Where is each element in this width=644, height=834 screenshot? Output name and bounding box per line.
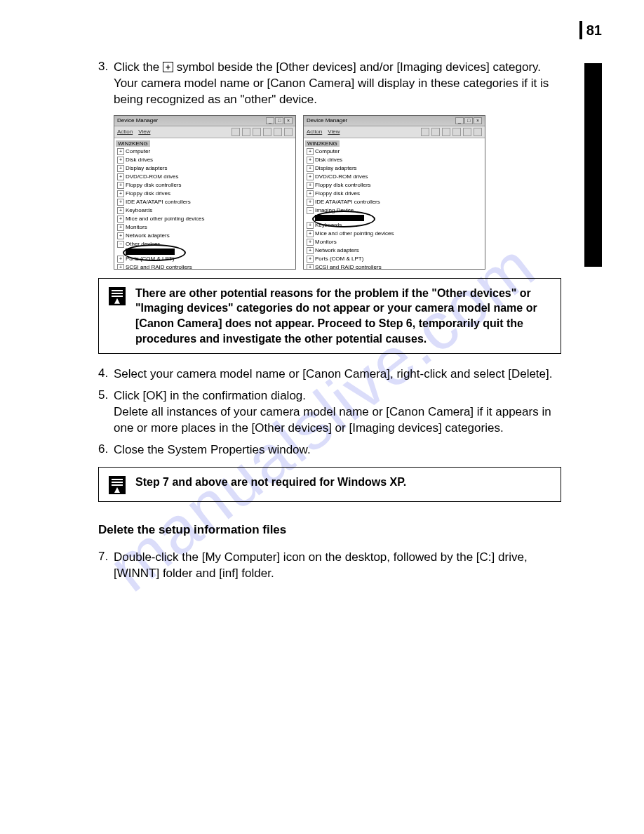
tree-node[interactable]: SCSI and RAID controllers — [116, 263, 294, 269]
tree-node[interactable]: Keyboards — [305, 221, 483, 230]
note-text: There are other potential reasons for th… — [135, 286, 551, 346]
close-icon[interactable]: × — [284, 117, 293, 124]
tree-node[interactable]: Ports (COM & LPT) — [116, 255, 294, 263]
side-tab — [584, 63, 602, 267]
imaging-device-label: Imaging Device — [315, 207, 354, 213]
step-text: Select your camera model name or [Canon … — [114, 366, 561, 383]
toolbar-back-icon[interactable] — [232, 128, 240, 136]
toolbar-fwd-icon[interactable] — [431, 128, 440, 136]
note-icon — [109, 287, 126, 305]
page-number-block: 81 — [579, 21, 602, 39]
tree-node[interactable]: Keyboards — [116, 206, 294, 215]
window-toolbar: Action View — [114, 126, 295, 138]
tree-node[interactable]: Floppy disk controllers — [116, 181, 294, 190]
toolbar-icon[interactable] — [463, 128, 471, 136]
menu-action[interactable]: Action — [307, 128, 322, 135]
step-number: 5. — [98, 388, 114, 437]
step-7: 7. Double-click the [My Computer] icon o… — [98, 550, 561, 582]
tree-subnode[interactable] — [126, 249, 294, 255]
tree-node[interactable]: DVD/CD-ROM drives — [116, 173, 294, 181]
tree-node[interactable]: Mice and other pointing devices — [116, 215, 294, 223]
tree-node[interactable]: Floppy disk drives — [116, 190, 294, 198]
tree-node[interactable]: Network adapters — [116, 232, 294, 240]
menu-action[interactable]: Action — [117, 128, 133, 135]
toolbar-icon[interactable] — [253, 128, 261, 136]
other-devices-label: Other devices — [126, 241, 160, 247]
plus-icon: + — [163, 62, 173, 72]
device-manager-right: Device Manager _ □ × Action View — [303, 115, 485, 270]
tree-node[interactable]: SCSI and RAID controllers — [305, 263, 483, 269]
page-number: 81 — [586, 22, 602, 39]
tree-node[interactable]: IDE ATA/ATAPI controllers — [116, 198, 294, 206]
note-text: Step 7 and above are not required for Wi… — [135, 475, 406, 490]
tree-subnode[interactable] — [315, 215, 483, 221]
maximize-icon[interactable]: □ — [275, 117, 283, 124]
page-bar — [579, 21, 582, 39]
window-title: Device Manager — [307, 117, 347, 124]
step-6: 6. Close the System Properties window. — [98, 442, 561, 458]
window-title: Device Manager — [117, 117, 158, 124]
toolbar-icon[interactable] — [452, 128, 461, 136]
minimize-icon[interactable]: _ — [455, 117, 464, 124]
window-titlebar: Device Manager _ □ × — [114, 116, 295, 126]
step-text: Click the + symbol beside the [Other dev… — [114, 60, 561, 108]
step-number: 7. — [98, 550, 114, 582]
tree-node[interactable]: IDE ATA/ATAPI controllers — [305, 198, 483, 206]
tree-node[interactable]: Mice and other pointing devices — [305, 230, 483, 238]
step-5: 5. Click [OK] in the confirmation dialog… — [98, 388, 561, 437]
close-icon[interactable]: × — [474, 117, 482, 124]
device-manager-left: Device Manager _ □ × Action View — [114, 115, 296, 270]
tree-node[interactable]: Disk drives — [116, 156, 294, 164]
window-toolbar: Action View — [304, 126, 485, 138]
minimize-icon[interactable]: _ — [266, 117, 274, 124]
tree-node[interactable]: Floppy disk drives — [305, 190, 483, 198]
step-number: 4. — [98, 366, 114, 383]
step-text: Click [OK] in the confirmation dialog. D… — [114, 388, 561, 437]
note-box: Step 7 and above are not required for Wi… — [98, 467, 561, 502]
toolbar-icon[interactable] — [474, 128, 482, 136]
tree-node[interactable]: Computer — [305, 147, 483, 156]
maximize-icon[interactable]: □ — [464, 117, 473, 124]
tree-node[interactable]: Display adapters — [116, 164, 294, 173]
redacted-device — [315, 215, 364, 221]
step-text: Double-click the [My Computer] icon on t… — [114, 550, 561, 582]
tree-root[interactable]: WIN2KENG — [305, 140, 340, 147]
step-number: 3. — [98, 60, 114, 108]
toolbar-back-icon[interactable] — [421, 128, 429, 136]
window-titlebar: Device Manager _ □ × — [304, 116, 485, 126]
tree-node[interactable]: Network adapters — [305, 246, 483, 255]
device-tree: WIN2KENG Computer Disk drives Display ad… — [304, 138, 485, 269]
step-4: 4. Select your camera model name or [Can… — [98, 366, 561, 383]
toolbar-icon[interactable] — [263, 128, 271, 136]
tree-node[interactable]: Monitors — [116, 223, 294, 232]
toolbar-icon[interactable] — [284, 128, 293, 136]
page-content: 3. Click the + symbol beside the [Other … — [98, 60, 561, 588]
device-tree: WIN2KENG Computer Disk drives Display ad… — [114, 138, 295, 269]
screenshots-row: Device Manager _ □ × Action View — [114, 115, 561, 270]
menu-view[interactable]: View — [138, 128, 150, 135]
redacted-device — [126, 249, 175, 255]
tree-root[interactable]: WIN2KENG — [116, 140, 150, 147]
step-number: 6. — [98, 442, 114, 458]
step3-text-b: symbol beside the [Other devices] and/or… — [114, 60, 549, 106]
step-3: 3. Click the + symbol beside the [Other … — [98, 60, 561, 108]
note-box: There are other potential reasons for th… — [98, 278, 561, 354]
note-icon — [109, 476, 126, 494]
tree-node[interactable]: Floppy disk controllers — [305, 181, 483, 190]
tree-node[interactable]: Display adapters — [305, 164, 483, 173]
tree-node[interactable]: Computer — [116, 147, 294, 156]
section-heading: Delete the setup information files — [98, 523, 561, 537]
tree-node[interactable]: Disk drives — [305, 156, 483, 164]
menu-view[interactable]: View — [328, 128, 340, 135]
toolbar-icon[interactable] — [274, 128, 282, 136]
tree-node[interactable]: DVD/CD-ROM drives — [305, 173, 483, 181]
toolbar-fwd-icon[interactable] — [242, 128, 250, 136]
tree-node[interactable]: Monitors — [305, 238, 483, 246]
toolbar-icon[interactable] — [442, 128, 450, 136]
step3-text-a: Click the — [114, 60, 163, 74]
tree-node-imaging-device[interactable]: Imaging Device — [305, 206, 483, 215]
tree-node[interactable]: Ports (COM & LPT) — [305, 255, 483, 263]
tree-node-other-devices[interactable]: Other devices — [116, 240, 294, 249]
step-text: Close the System Properties window. — [114, 442, 561, 458]
